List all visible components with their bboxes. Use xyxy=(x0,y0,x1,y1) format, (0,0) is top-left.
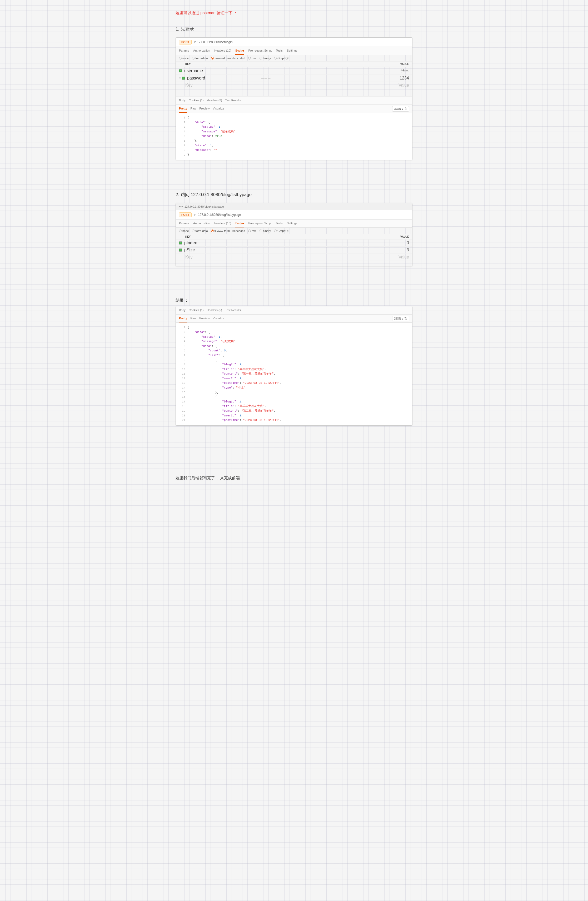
step2-opt-graphql[interactable]: GraphQL xyxy=(274,229,289,232)
step1-tab-prereq[interactable]: Pre-request Script xyxy=(248,47,271,55)
step1-opt-raw[interactable]: raw xyxy=(248,56,256,60)
step2-opt-urlencoded[interactable]: x-www-form-urlencoded xyxy=(211,229,245,232)
step2-title: 2. 访问 127.0.0.1:8080/blog/listbypage xyxy=(176,192,412,198)
step2-radio-urlencoded xyxy=(211,229,214,232)
step2-method[interactable]: POST xyxy=(179,212,192,217)
result-section: 结果 ： Body Cookies (1) Headers (5) Test R… xyxy=(176,298,412,426)
step2-opt-binary[interactable]: binary xyxy=(259,229,271,232)
result-format-select[interactable]: JSON ∨ ⇅ xyxy=(392,316,409,321)
step1-format-select[interactable]: JSON ∨ ⇅ xyxy=(392,106,409,112)
step2-kv-header-key: KEY xyxy=(185,235,297,238)
result-rsubtab-raw[interactable]: Raw xyxy=(190,315,196,323)
step1-rsubtab-preview[interactable]: Preview xyxy=(199,105,209,113)
step2-checkbox-psize[interactable]: ✓ xyxy=(179,248,182,252)
step1-kv-header-value: VALUE xyxy=(297,62,409,65)
step1-rtab-cookies[interactable]: Cookies (1) xyxy=(189,97,203,104)
step1-tab-headers[interactable]: Headers (10) xyxy=(214,47,231,55)
step1-tab-auth[interactable]: Authorization xyxy=(193,47,210,55)
step1-response-subtabs: Pretty Raw Preview Visualize JSON ∨ ⇅ xyxy=(176,105,412,113)
step2-key-pindex: pIndex xyxy=(184,241,296,245)
step2-opt-raw[interactable]: raw xyxy=(248,229,256,232)
step1-rtab-testresults[interactable]: Test Results xyxy=(225,97,241,104)
step2-tab-params[interactable]: Params xyxy=(179,220,189,228)
step2-body-options: none form-data x-www-form-urlencoded raw… xyxy=(176,228,412,234)
step2-tab-tests[interactable]: Tests xyxy=(276,220,283,228)
step2-kv-header-value: VALUE xyxy=(297,235,409,238)
step2-kv-row-pindex: ✓ pIndex 0 xyxy=(176,240,412,246)
step1-opt-binary[interactable]: binary xyxy=(259,56,271,60)
step2-tab-settings[interactable]: Settings xyxy=(287,220,298,228)
step1-value-placeholder: Value xyxy=(297,83,409,88)
step2-opt-formdata[interactable]: form-data xyxy=(192,229,207,232)
step2-postman-window: ••• 127.0.0.1:8080/blog/listbypage POST … xyxy=(176,203,412,267)
result-rtab-body[interactable]: Body xyxy=(179,306,186,314)
step1-key-password: password xyxy=(187,76,261,81)
step1-url: ∨ 127.0.0.1:8080/user/login xyxy=(194,40,409,44)
result-rsubtab-visualize[interactable]: Visualize xyxy=(213,315,224,323)
step2-tab-prereq[interactable]: Pre-request Script xyxy=(248,220,271,228)
step1-radio-urlencoded xyxy=(211,57,214,59)
step1-method[interactable]: POST xyxy=(179,40,192,45)
step1-postman-window: POST ∨ 127.0.0.1:8080/user/login Params … xyxy=(176,37,412,160)
result-json-body: 1{ 2 "data": { 3 "status": 1, 4 "message… xyxy=(176,323,412,425)
step1-kv-row-1: ✓ username 张三 xyxy=(176,67,412,75)
step2-section: 2. 访问 127.0.0.1:8080/blog/listbypage •••… xyxy=(176,192,412,267)
result-response-subtabs: Pretty Raw Preview Visualize JSON ∨ ⇅ xyxy=(176,315,412,323)
result-rtab-headers[interactable]: Headers (5) xyxy=(207,306,222,314)
step1-rsubtab-visualize[interactable]: Visualize xyxy=(213,105,224,113)
result-rsubtab-preview[interactable]: Preview xyxy=(199,315,209,323)
step1-json-body: 1{ 2 "data": { 3 "status": 1, 4 "message… xyxy=(176,113,412,160)
step1-tab-params[interactable]: Params xyxy=(179,47,189,55)
step1-radio-raw xyxy=(248,57,251,59)
step1-rtab-headers[interactable]: Headers (5) xyxy=(207,97,222,104)
step2-kv-row-psize: ✓ pSize 3 xyxy=(176,246,412,254)
step1-drag-2: ⠿ xyxy=(179,77,181,80)
step1-tab-body[interactable]: Body xyxy=(235,47,244,55)
step1-radio-graphql xyxy=(274,57,277,59)
step1-tab-settings[interactable]: Settings xyxy=(287,47,298,55)
step1-key-username: username xyxy=(184,69,296,73)
step2-radio-graphql xyxy=(274,229,277,232)
step1-opt-formdata[interactable]: form-data xyxy=(192,56,207,60)
step1-title: 1. 先登录 xyxy=(176,26,412,32)
step1-checkbox-1[interactable]: ✓ xyxy=(179,69,182,72)
step2-opt-none[interactable]: none xyxy=(179,229,189,232)
step1-password-dots: — — — xyxy=(261,77,335,80)
step2-tab-body[interactable]: Body xyxy=(235,220,244,228)
step1-section: 1. 先登录 POST ∨ 127.0.0.1:8080/user/login … xyxy=(176,26,412,160)
result-rsubtab-pretty[interactable]: Pretty xyxy=(179,315,187,323)
step1-tab-tests[interactable]: Tests xyxy=(276,47,283,55)
step2-radio-raw xyxy=(248,229,251,232)
step2-url-bar: POST ∨ 127.0.0.1:8080/blog/listbypage xyxy=(176,210,412,220)
step1-rsubtab-raw[interactable]: Raw xyxy=(190,105,196,113)
step2-checkbox-pindex[interactable]: ✓ xyxy=(179,242,182,245)
step2-radio-none xyxy=(179,229,182,232)
intro-text: 这里可以通过 postman 验证一下 ： xyxy=(176,11,412,16)
result-label: 结果 ： xyxy=(176,298,412,303)
step1-rsubtab-pretty[interactable]: Pretty xyxy=(179,105,187,113)
step1-checkbox-2[interactable]: ✓ xyxy=(182,76,185,80)
footer-text: 这里我们后端就写完了， 来完成前端 xyxy=(176,475,412,481)
step1-opt-urlencoded[interactable]: x-www-form-urlencoded xyxy=(211,56,245,60)
step1-radio-formdata xyxy=(192,57,195,59)
step2-key-placeholder: Key xyxy=(185,255,297,260)
step2-tab-auth[interactable]: Authorization xyxy=(193,220,210,228)
step1-kv-header: KEY VALUE xyxy=(176,62,412,67)
step1-tabs: Params Authorization Headers (10) Body P… xyxy=(176,47,412,55)
result-rtab-cookies[interactable]: Cookies (1) xyxy=(189,306,203,314)
result-rtab-testresults[interactable]: Test Results xyxy=(225,306,241,314)
step2-value-psize: 3 xyxy=(296,248,409,253)
result-response-tabs: Body Cookies (1) Headers (5) Test Result… xyxy=(176,306,412,315)
step1-url-bar: POST ∨ 127.0.0.1:8080/user/login xyxy=(176,37,412,47)
step2-kv-header: KEY VALUE xyxy=(176,234,412,240)
step2-chevron: ∨ xyxy=(194,213,196,217)
step1-opt-graphql[interactable]: GraphQL xyxy=(274,56,289,60)
step2-title-bar-text: 127.0.0.1:8080/blog/listbypage xyxy=(184,205,224,208)
step2-title-bar: ••• 127.0.0.1:8080/blog/listbypage xyxy=(176,203,412,210)
step2-radio-binary xyxy=(259,229,262,232)
step1-value-username: 张三 xyxy=(296,68,409,73)
step1-body-options: none form-data x-www-form-urlencoded raw… xyxy=(176,55,412,62)
step1-opt-none[interactable]: none xyxy=(179,56,189,60)
step2-tab-headers[interactable]: Headers (10) xyxy=(214,220,231,228)
step1-rtab-body[interactable]: Body xyxy=(179,97,186,104)
